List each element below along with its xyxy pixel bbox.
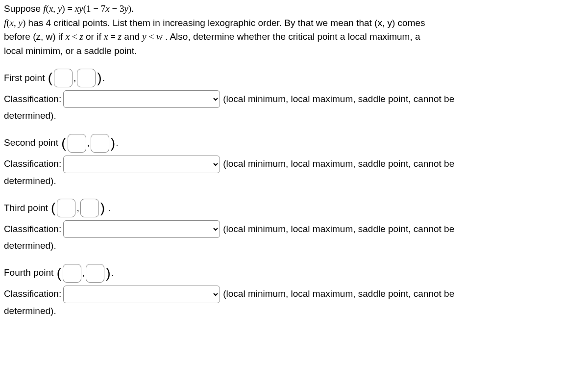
open-paren: ( — [51, 201, 55, 215]
second-point-label: Second point — [4, 136, 58, 150]
third-point-y-input[interactable] — [80, 199, 99, 217]
close-paren: ) — [111, 136, 115, 150]
comma: , — [74, 71, 76, 85]
text-also: . Also, determine whether the critical p… — [165, 31, 420, 42]
close-paren: ) — [100, 201, 105, 215]
math-expression-1: f(x, y) = xy(1 − 7x − 3y). — [43, 3, 134, 14]
second-point-group: Second point ( , ) . Classification: loc… — [4, 134, 584, 188]
third-classification-label: Classification: — [4, 222, 61, 236]
comma: , — [76, 201, 79, 215]
first-classification-hint: (local minimum, local maximum, saddle po… — [223, 92, 454, 106]
first-classification-select[interactable]: local minimumlocal maximumsaddle pointca… — [63, 90, 220, 108]
first-determined-text: determined). — [4, 109, 56, 123]
period: . — [102, 71, 105, 85]
first-classification-label: Classification: — [4, 92, 61, 106]
third-point-x-input[interactable] — [57, 199, 75, 217]
fourth-classification-label: Classification: — [4, 287, 61, 301]
text-suppose: Suppose — [4, 3, 43, 14]
text-and: and — [124, 31, 142, 42]
third-point-label: Third point — [4, 201, 48, 215]
second-classification-label: Classification: — [4, 157, 61, 171]
period: . — [108, 201, 110, 215]
problem-statement: Suppose f(x, y) = xy(1 − 7x − 3y). f(x, … — [4, 2, 584, 58]
fourth-classification-select[interactable]: local minimumlocal maximumsaddle pointca… — [63, 286, 220, 303]
text-localmin: local minimim, or a saddle point. — [4, 44, 584, 58]
first-point-x-input[interactable] — [54, 69, 73, 87]
close-paren: ) — [97, 71, 101, 85]
fourth-determined-text: determined). — [4, 304, 56, 318]
text-orif: or if — [86, 31, 104, 42]
open-paren: ( — [57, 266, 61, 280]
first-point-group: First point ( , ) . Classification: loca… — [4, 69, 584, 123]
math-fxy: f(x, y) — [4, 18, 25, 28]
fourth-point-group: Fourth point ( , ) . Classification: loc… — [4, 264, 584, 318]
fourth-point-x-input[interactable] — [63, 264, 81, 283]
third-point-group: Third point ( , ) . Classification: loca… — [4, 199, 584, 253]
first-point-y-input[interactable] — [77, 69, 96, 87]
fourth-point-y-input[interactable] — [86, 264, 104, 283]
third-determined-text: determined). — [4, 239, 56, 253]
period: . — [111, 266, 114, 280]
second-point-y-input[interactable] — [91, 134, 109, 153]
comma: , — [82, 266, 85, 280]
text-has4: has 4 critical points. List them in incr… — [28, 18, 425, 28]
second-point-x-input[interactable] — [68, 134, 86, 153]
third-classification-select[interactable]: local minimumlocal maximumsaddle pointca… — [63, 220, 220, 238]
third-classification-hint: (local minimum, local maximum, saddle po… — [223, 222, 454, 236]
math-xeqz: x = z — [104, 31, 122, 42]
math-yltw: y < w — [142, 31, 162, 42]
second-determined-text: determined). — [4, 174, 56, 188]
comma: , — [87, 136, 90, 150]
math-xltz: x < z — [66, 31, 83, 42]
second-classification-hint: (local minimum, local maximum, saddle po… — [223, 157, 454, 171]
open-paren: ( — [61, 136, 66, 150]
fourth-classification-hint: (local minimum, local maximum, saddle po… — [223, 287, 454, 301]
first-point-label: First point — [4, 71, 45, 85]
period: . — [116, 136, 118, 150]
second-classification-select[interactable]: local minimumlocal maximumsaddle pointca… — [63, 156, 220, 173]
close-paren: ) — [106, 266, 110, 280]
open-paren: ( — [48, 71, 52, 85]
fourth-point-label: Fourth point — [4, 266, 53, 280]
text-before: before (z, w) if — [4, 31, 66, 42]
